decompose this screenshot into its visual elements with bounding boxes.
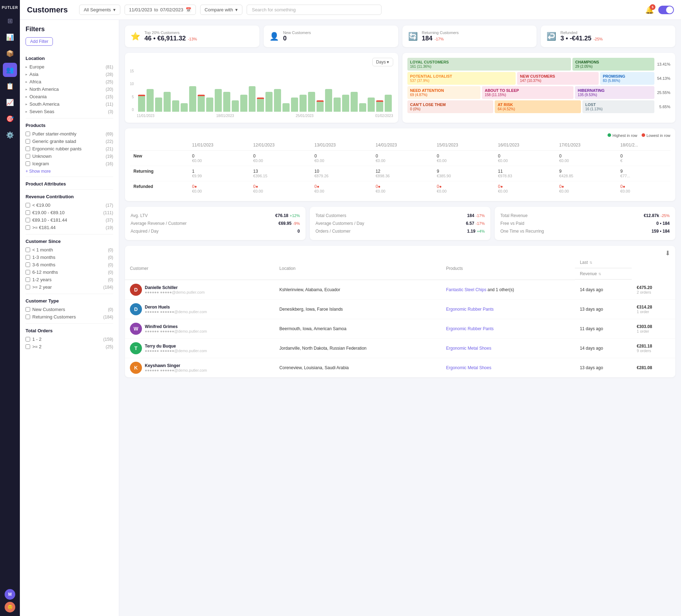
sidebar-icon-settings[interactable]: ⚙️ — [3, 128, 17, 142]
theme-toggle[interactable] — [658, 6, 674, 14]
product-link[interactable]: Ergonomic Metal Shoes — [446, 346, 491, 351]
download-button[interactable]: ⬇ — [665, 249, 670, 257]
bar-group — [138, 69, 145, 112]
sidebar-icon-transactions[interactable]: 📋 — [3, 79, 17, 93]
product-link[interactable]: Ergonomic Rubber Pants — [446, 326, 494, 331]
metric-avg-customers-day: Average Customers / Day 6.57-17% — [315, 220, 485, 227]
metric-total-revenue: Total Revenue €12.87k-25% — [500, 212, 670, 220]
rfm-loyal-customers[interactable]: LOYAL CUSTOMERS161 (11.36%) — [407, 58, 571, 71]
filter-product-rubber[interactable]: Ergonomic rubber pants (21) — [26, 145, 113, 152]
filter-since-3-6months[interactable]: 3-6 months (0) — [26, 261, 113, 268]
customer-revenue: €281.18 9 orders — [632, 339, 675, 358]
compare-with-selector[interactable]: Compare with ▾ — [200, 5, 242, 15]
th-revenue[interactable]: Revenue ⇅ — [575, 268, 632, 280]
rfm-cant-lose[interactable]: CAN'T LOSE THEM0 (0%) — [407, 100, 494, 113]
filter-orders-1-2[interactable]: 1 - 2 (159) — [26, 335, 113, 343]
sidebar-icon-goals[interactable]: 🎯 — [3, 112, 17, 126]
filter-revenue-19-89[interactable]: €19.00 - €89.10 (111) — [26, 209, 113, 216]
filter-product-salad[interactable]: Generic granite salad (22) — [26, 138, 113, 145]
user-avatar-2[interactable]: 😊 — [5, 602, 15, 612]
show-more-products[interactable]: + Show more — [26, 169, 113, 174]
cell: 0●€0.00 — [494, 181, 555, 196]
filter-location-oceania[interactable]: ▸Oceania (15) — [26, 93, 113, 100]
metric-orders-customer: Orders / Customer 1.19+4% — [315, 227, 485, 235]
rfm-hibernating[interactable]: HIBERNATING135 (9.53%) — [575, 86, 654, 99]
rfm-about-to-sleep[interactable]: ABOUT TO SLEEP158 (11.15%) — [482, 86, 573, 99]
search-input[interactable]: Search for something — [247, 5, 381, 15]
sidebar-icon-analytics[interactable]: 📊 — [3, 30, 17, 44]
filter-location-seven-seas[interactable]: ▸Seven Seas (3) — [26, 108, 113, 115]
filter-revenue-89-181[interactable]: €89.10 - €181.44 (37) — [26, 216, 113, 224]
filter-since-1-3months[interactable]: 1-3 months (0) — [26, 254, 113, 261]
notification-bell[interactable]: 🔔 5 — [645, 6, 654, 14]
customer-last: 13 days ago — [575, 300, 632, 319]
filter-since-2plus-years[interactable]: >= 2 year (184) — [26, 283, 113, 291]
filter-revenue-above181[interactable]: >= €181.44 (19) — [26, 224, 113, 231]
rfm-champions[interactable]: CHAMPIONS29 (2.05%) — [572, 58, 654, 71]
bar-group — [240, 69, 247, 112]
main-content: ⭐ Top 20% Customers 46 • €6,911.32-13% 👤… — [119, 20, 681, 616]
customer-cell: W Winifred Grimes ●●●●●● ●●●●●●@demo.put… — [125, 319, 274, 339]
filter-product-putler[interactable]: Putler starter-monthly (69) — [26, 130, 113, 138]
segment-selector[interactable]: All Segments ▾ — [79, 5, 120, 15]
filter-since-1-2years[interactable]: 1-2 years (0) — [26, 276, 113, 283]
rfm-need-attention[interactable]: NEED ATTENTION69 (4.87%) — [407, 86, 480, 99]
customer-revenue: €303.08 1 order — [632, 319, 675, 339]
arrow-icon: ▸ — [26, 110, 27, 113]
sidebar-icon-products[interactable]: 📦 — [3, 46, 17, 61]
filter-location-europe[interactable]: ▸Europe (81) — [26, 63, 113, 71]
filter-orders-2plus[interactable]: >= 2 (25) — [26, 343, 113, 350]
filter-since-1month[interactable]: < 1 month (0) — [26, 246, 113, 254]
th-last[interactable]: Last ⇅ — [575, 257, 632, 268]
bar-group — [147, 69, 154, 112]
bar — [308, 92, 315, 112]
th-date-4: 14/01/2023 — [372, 140, 433, 151]
sort-revenue-icon: ⇅ — [598, 272, 601, 276]
bar-group — [249, 69, 256, 112]
product-link[interactable]: Fantastic Steel Chips — [446, 287, 486, 292]
filter-location-asia[interactable]: ▸Asia (28) — [26, 71, 113, 78]
filter-product-unknown[interactable]: Unknown (19) — [26, 152, 113, 160]
filter-product-icegram[interactable]: Icegram (16) — [26, 160, 113, 167]
customer-products: Ergonomic Metal Shoes — [441, 339, 575, 358]
user-avatar-m[interactable]: M — [5, 589, 15, 600]
rfm-potential-loyalist[interactable]: POTENTIAL LOYALIST537 (37.9%) — [407, 72, 516, 85]
days-button[interactable]: Days ▾ — [372, 58, 393, 66]
filter-revenue-under19[interactable]: < €19.00 (17) — [26, 201, 113, 209]
rfm-at-risk[interactable]: AT RISK64 (4.52%) — [495, 100, 581, 113]
stat-refunded: ↩️ Refunded 3 • -€41.25-25% — [541, 26, 675, 47]
notification-badge: 5 — [650, 4, 655, 10]
rfm-promising[interactable]: PROMISING83 (5.86%) — [600, 72, 654, 85]
date-picker[interactable]: 11/01/2023 to 07/02/2023 📅 — [125, 5, 196, 15]
metric-free-vs-paid: Free vs Paid 0 • 184 — [500, 220, 670, 227]
add-filter-button[interactable]: Add Filter — [26, 37, 53, 46]
customer-name: Keyshawn Singer — [145, 363, 207, 368]
filter-type-returning[interactable]: Returning Customers (184) — [26, 313, 113, 321]
customer-avatar: T — [130, 342, 142, 354]
bar — [155, 98, 162, 112]
cell: 0●€0.00 — [311, 181, 372, 196]
product-link[interactable]: Ergonomic Metal Shoes — [446, 365, 491, 370]
table-row: D Deron Huels ●●●●●● ●●●●●●@demo.putler.… — [125, 300, 675, 319]
customer-last: 14 days ago — [575, 339, 632, 358]
bar-group — [376, 69, 383, 112]
filter-location-south-america[interactable]: ▸South America (11) — [26, 100, 113, 108]
cell: 0€0.00 — [372, 151, 433, 166]
filter-location-north-america[interactable]: ▸North America (20) — [26, 85, 113, 93]
filter-since-6-12months[interactable]: 6-12 months (0) — [26, 268, 113, 276]
stat-value: 0 — [283, 35, 287, 42]
rfm-new-customers[interactable]: NEW CUSTOMERS147 (10.37%) — [517, 72, 598, 85]
sidebar-icon-customers[interactable]: 👥 — [3, 63, 17, 77]
stat-label: Returning Customers — [422, 30, 459, 35]
bar — [274, 89, 281, 112]
rfm-lost[interactable]: LOST16 (1.13%) — [582, 100, 654, 113]
bar — [215, 89, 222, 112]
product-link[interactable]: Ergonomic Rubber Pants — [446, 307, 494, 312]
filter-type-new[interactable]: New Customers (0) — [26, 306, 113, 313]
customer-email: ●●●●●● ●●●●●@demo.putler.com — [145, 290, 205, 294]
sidebar-icon-reports[interactable]: 📈 — [3, 95, 17, 110]
filter-location-africa[interactable]: ▸Africa (25) — [26, 78, 113, 85]
sidebar-icon-dashboard[interactable]: ⊞ — [3, 14, 17, 28]
th-date-3: 13/01/2023 — [311, 140, 372, 151]
cell: 9€385.90 — [433, 166, 494, 181]
